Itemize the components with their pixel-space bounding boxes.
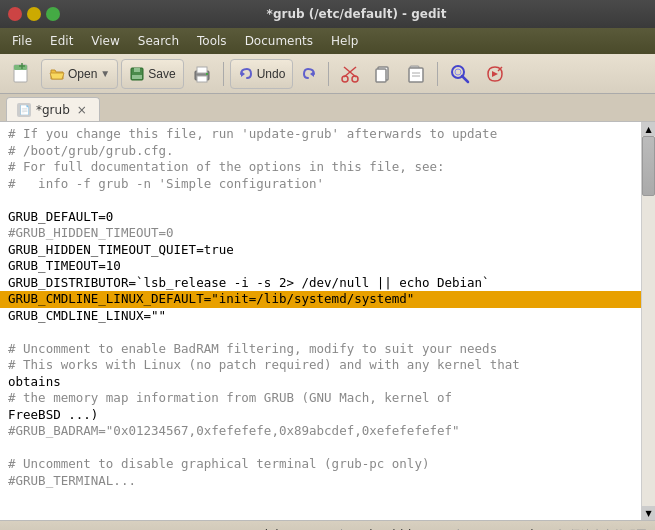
svg-rect-5 [134,68,140,72]
toolbar-sep-3 [437,62,438,86]
redo-icon [301,66,317,82]
comment-line: # /boot/grub/grub.cfg. [8,143,174,158]
save-button[interactable]: Save [121,59,183,89]
code-line: GRUB_CMDLINE_LINUX="" [8,308,166,323]
vertical-scrollbar[interactable]: ▲ ▼ [641,122,655,520]
svg-rect-9 [197,76,207,82]
svg-rect-20 [409,68,423,82]
open-button[interactable]: Open ▼ [41,59,118,89]
find-button[interactable] [444,59,476,89]
statusbar: Plain Text ▼ | Tab Width: 8 ▼ | Ln 11, C… [0,520,655,530]
titlebar: *grub (/etc/default) - gedit [0,0,655,28]
menu-tools[interactable]: Tools [189,32,235,50]
search-icon [449,63,471,85]
save-label: Save [148,67,175,81]
open-label: Open [68,67,97,81]
tab-width-selector[interactable]: Tab Width: 8 ▼ [352,526,449,531]
editor-tab[interactable]: 📄 *grub × [6,97,100,121]
svg-marker-12 [310,71,314,77]
new-button[interactable] [6,59,38,89]
code-line: FreeBSD ...) [8,407,98,422]
scrollbar-down-button[interactable]: ▼ [642,506,656,520]
window-title: *grub (/etc/default) - gedit [66,7,647,21]
open-icon [49,66,65,82]
comment-line: # For full documentation of the options … [8,159,445,174]
cursor-position: Ln 11, Col 1 [468,526,550,531]
code-line: GRUB_TIMEOUT=10 [8,258,121,273]
print-icon [192,64,212,84]
svg-rect-8 [197,67,207,73]
toolbar-sep-2 [328,62,329,86]
comment-line: # info -f grub -n 'Simple configuration' [8,176,324,191]
tab-file-icon: 📄 [17,103,31,117]
comment-line: # If you change this file, run 'update-g… [8,126,497,141]
menubar: File Edit View Search Tools Documents He… [0,28,655,54]
highlighted-line: GRUB_CMDLINE_LINUX_DEFAULT="init=/lib/sy… [0,291,641,308]
menu-help[interactable]: Help [323,32,366,50]
comment-line: # Uncomment to disable graphical termina… [8,456,429,471]
menu-search[interactable]: Search [130,32,187,50]
code-line: GRUB_DEFAULT=0 [8,209,113,224]
open-dropdown-arrow[interactable]: ▼ [100,68,110,79]
cut-icon [340,64,360,84]
scrollbar-track[interactable] [642,136,655,506]
undo-icon [238,66,254,82]
comment-line: #GRUB_TERMINAL... [8,473,136,488]
tab-label: *grub [36,103,70,117]
redo-button[interactable] [296,59,322,89]
tab-close-button[interactable]: × [75,103,89,117]
code-line: GRUB_HIDDEN_TIMEOUT_QUIET=true [8,242,234,257]
paste-button[interactable] [401,59,431,89]
plugin-button[interactable] [479,59,511,89]
copy-icon [373,64,393,84]
toolbar-sep-1 [223,62,224,86]
menu-edit[interactable]: Edit [42,32,81,50]
svg-rect-6 [132,75,142,79]
editor-area: # If you change this file, run 'update-g… [0,122,655,520]
svg-line-24 [462,76,468,82]
menu-file[interactable]: File [4,32,40,50]
comment-line: #GRUB_HIDDEN_TIMEOUT=0 [8,225,174,240]
print-button[interactable] [187,59,217,89]
comment-line: #GRUB_BADRAM="0x01234567,0xfefefefe,0x89… [8,423,460,438]
svg-rect-18 [376,69,386,82]
menu-documents[interactable]: Documents [237,32,321,50]
tabbar: 📄 *grub × [0,94,655,122]
svg-rect-10 [206,73,208,75]
toolbar: Open ▼ Save Undo [0,54,655,94]
editor-content[interactable]: # If you change this file, run 'update-g… [0,122,641,520]
scrollbar-thumb[interactable] [642,136,655,196]
language-selector[interactable]: Plain Text ▼ [252,526,331,531]
comment-line: # This works with Linux (no patch requir… [8,357,520,372]
cut-button[interactable] [335,59,365,89]
window-buttons [8,7,60,21]
window-close-button[interactable] [8,7,22,21]
window-minimize-button[interactable] [27,7,41,21]
plugin-icon [484,63,506,85]
undo-button[interactable]: Undo [230,59,294,89]
new-icon [11,63,33,85]
save-icon [129,66,145,82]
window-maximize-button[interactable] [46,7,60,21]
code-line: obtains [8,374,61,389]
code-line: GRUB_DISTRIBUTOR=`lsb_release -i -s 2> /… [8,275,490,290]
menu-view[interactable]: View [83,32,127,50]
paste-icon [406,64,426,84]
scrollbar-up-button[interactable]: ▲ [642,122,656,136]
svg-marker-11 [241,71,245,77]
comment-line: # the memory map information from GRUB (… [8,390,452,405]
copy-button[interactable] [368,59,398,89]
svg-point-25 [455,69,461,75]
undo-label: Undo [257,67,286,81]
comment-line: # Uncomment to enable BadRAM filtering, … [8,341,497,356]
